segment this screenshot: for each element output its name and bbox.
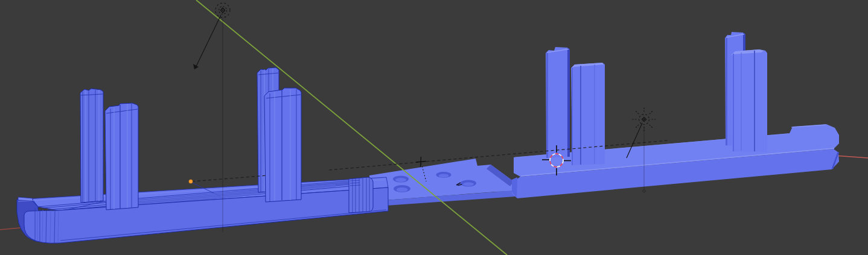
post-back[interactable] [546,47,570,158]
blender-3d-viewport[interactable] [0,0,868,255]
left-rail-right-endcap[interactable] [349,177,373,213]
hole-inner [463,182,474,186]
post-front[interactable] [731,49,767,152]
left-rail-posts-pair-a[interactable] [80,89,138,210]
light-center-dot [643,119,645,120]
post-right-shadow [567,48,570,157]
post-front[interactable] [105,103,138,210]
right-rail-posts-pair-1[interactable] [546,47,605,165]
hole-inner [395,178,406,182]
viewport-canvas[interactable] [0,0,868,255]
post-front[interactable] [571,63,605,165]
post-back[interactable] [80,89,103,203]
object-origin-dot [189,180,193,184]
light-center-dot [222,10,223,11]
hole-inner [397,187,408,192]
hole-inner [439,174,449,177]
